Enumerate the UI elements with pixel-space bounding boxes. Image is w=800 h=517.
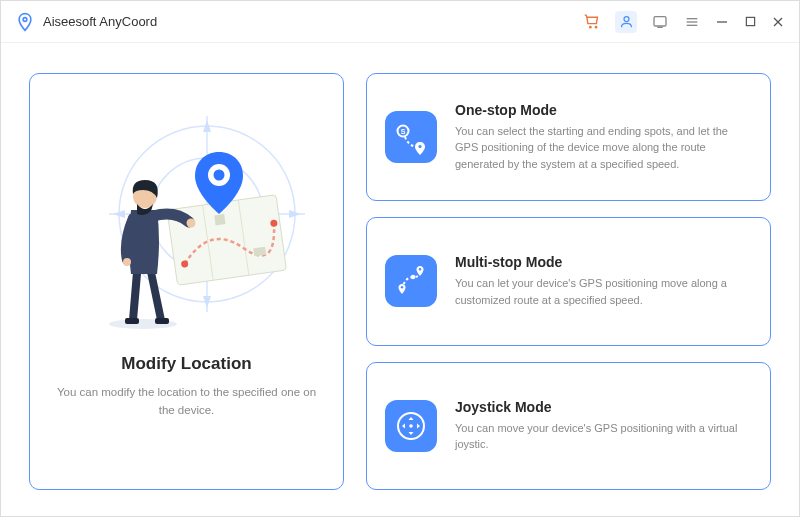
svg-point-0 [23,17,27,21]
modify-location-desc: You can modify the location to the speci… [48,384,325,420]
svg-point-36 [401,287,403,289]
multi-stop-desc: You can let your device's GPS positionin… [455,275,748,308]
person-icon[interactable] [615,11,637,33]
modes-column: S One-stop Mode You can select the start… [366,73,771,490]
svg-marker-43 [417,423,420,428]
svg-rect-9 [746,17,754,25]
titlebar-icons [583,11,785,33]
minimize-icon[interactable] [715,13,729,31]
svg-rect-4 [654,16,666,25]
menu-icon[interactable] [683,13,701,31]
multi-stop-icon [385,255,437,307]
joystick-icon [385,400,437,452]
svg-point-3 [624,17,629,22]
svg-point-37 [419,269,421,271]
svg-point-38 [411,275,416,280]
svg-rect-23 [214,214,225,225]
svg-point-1 [589,26,590,27]
close-icon[interactable] [771,13,785,31]
maximize-icon[interactable] [743,13,757,31]
app-logo-icon [15,12,35,32]
svg-marker-42 [402,423,405,428]
svg-point-30 [186,219,195,228]
svg-marker-40 [409,417,414,420]
svg-rect-29 [155,318,169,324]
feedback-icon[interactable] [651,13,669,31]
svg-rect-24 [253,247,266,257]
one-stop-title: One-stop Mode [455,102,748,118]
joystick-desc: You can move your device's GPS positioni… [455,420,748,453]
joystick-mode-card[interactable]: Joystick Mode You can move your device's… [366,362,771,490]
svg-point-31 [123,258,131,266]
svg-point-26 [213,170,224,181]
joystick-title: Joystick Mode [455,399,748,415]
svg-point-2 [595,26,596,27]
multi-stop-title: Multi-stop Mode [455,254,748,270]
svg-point-35 [418,145,421,148]
one-stop-desc: You can select the starting and ending s… [455,123,748,173]
app-title: Aiseesoft AnyCoord [43,14,157,29]
one-stop-icon: S [385,111,437,163]
titlebar: Aiseesoft AnyCoord [1,1,799,43]
modify-location-card[interactable]: Modify Location You can modify the locat… [29,73,344,490]
cart-icon[interactable] [583,13,601,31]
one-stop-mode-card[interactable]: S One-stop Mode You can select the start… [366,73,771,201]
content: Modify Location You can modify the locat… [1,43,799,516]
svg-marker-41 [409,432,414,435]
modify-location-illustration [67,102,307,342]
multi-stop-mode-card[interactable]: Multi-stop Mode You can let your device'… [366,217,771,345]
app-window: Aiseesoft AnyCoord [0,0,800,517]
svg-rect-28 [125,318,139,324]
modify-location-title: Modify Location [121,354,251,374]
svg-text:S: S [401,128,406,135]
svg-point-44 [409,424,413,428]
